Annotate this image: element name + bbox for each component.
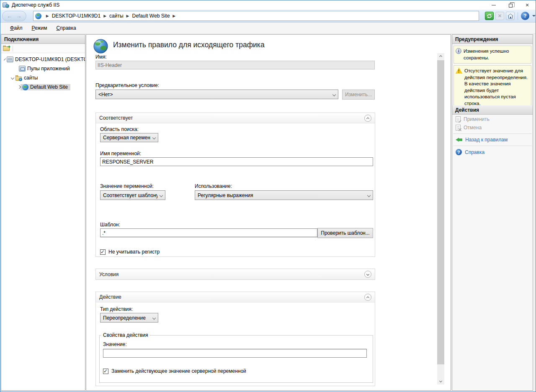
refresh-icon [487, 13, 492, 19]
precondition-select[interactable]: <Нет> [95, 90, 338, 99]
expander-icon[interactable] [4, 59, 6, 61]
back-to-rules-label[interactable]: Назад к правилам [465, 137, 508, 143]
help-icon: ? [456, 149, 462, 155]
menu-file[interactable]: Файл [5, 23, 27, 33]
scroll-down-button[interactable] [437, 377, 444, 384]
replace-value-checkbox[interactable] [103, 369, 108, 374]
save-connections-button[interactable]: ➜ [3, 46, 10, 51]
conditions-section-title: Условия [99, 272, 119, 277]
breadcrumb-arrow-icon[interactable]: ▶ [124, 14, 132, 18]
replace-value-label: Заменить действующее значение серверной … [111, 368, 246, 374]
restore-button[interactable] [502, 0, 519, 10]
back-button[interactable]: ← [7, 13, 13, 19]
action-type-label: Тип действия: [100, 306, 133, 312]
tree-item-label[interactable]: Default Web Site [30, 84, 68, 90]
minimize-button[interactable] [485, 0, 502, 10]
replace-value-row[interactable]: Заменить действующее значение серверной … [103, 368, 246, 374]
pattern-label: Шаблон: [100, 222, 120, 228]
back-to-rules-link[interactable]: Назад к правилам [452, 136, 533, 144]
action-section-title: Действие [99, 294, 121, 300]
refresh-button[interactable] [485, 12, 494, 20]
action-properties-group: Свойства действия Значение: Заменить дей… [99, 332, 373, 383]
collapse-button[interactable] [364, 294, 371, 301]
back-arrow-icon [456, 137, 462, 142]
app-icon [3, 2, 9, 8]
ignore-case-label: Не учитывать регистр [108, 249, 160, 255]
breadcrumb-server[interactable]: DESKTOP-U1MK9D1 [52, 13, 100, 19]
tree-item-label[interactable]: сайты [24, 75, 38, 81]
forward-button[interactable]: → [16, 13, 22, 19]
alert-text: Отсутствует значение для действия переоп… [464, 68, 529, 107]
chevron-down-icon [367, 193, 371, 197]
nav-buttons: ← → [2, 11, 26, 21]
menu-view[interactable]: Режим [27, 23, 52, 33]
ignore-case-checkbox[interactable] [100, 249, 106, 255]
breadcrumb-arrow-icon[interactable]: ▶ [100, 14, 109, 18]
action-type-select[interactable]: Переопределение [100, 313, 158, 323]
app-pools-icon [19, 66, 26, 72]
variable-name-label: Имя переменной: [100, 151, 141, 156]
apply-icon: ✓ [456, 116, 461, 122]
globe-icon [35, 13, 41, 19]
home-button[interactable] [506, 12, 515, 20]
chevron-down-icon [332, 92, 336, 96]
using-select[interactable]: Регулярные выражения [195, 190, 373, 200]
help-dropdown-icon[interactable] [532, 15, 536, 17]
expander-icon[interactable] [11, 76, 14, 79]
tree-item-server[interactable]: DESKTOP-U1MK9D1 (DESKTOP [1, 55, 85, 64]
divider [453, 133, 532, 134]
breadcrumb-sites[interactable]: сайты [109, 13, 124, 19]
breadcrumb-arrow-icon[interactable]: ▶ [43, 14, 52, 18]
close-button[interactable]: × [519, 0, 536, 10]
scope-select[interactable]: Серверная переменн [100, 133, 158, 142]
tree-item-label[interactable]: Пулы приложений [27, 66, 70, 72]
breadcrumb-site[interactable]: Default Web Site [132, 13, 170, 19]
match-section-header[interactable]: Соответствует [96, 113, 375, 123]
action-type-value: Переопределение [103, 315, 150, 321]
chevron-up-icon [366, 296, 369, 299]
breadcrumb-arrow-icon[interactable]: ▶ [170, 14, 178, 18]
divider [453, 146, 532, 146]
test-pattern-button[interactable]: Проверить шаблон... [317, 228, 373, 238]
iis-manager-window: Диспетчер служб IIS × ← → ▶ DESKTOP-U1MK… [0, 0, 536, 392]
scrollbar[interactable] [437, 53, 444, 384]
help-label[interactable]: Справка [465, 149, 484, 155]
selected-tree-item[interactable]: Default Web Site [21, 84, 70, 90]
precondition-value: <Нет> [98, 92, 330, 97]
tree-item-app-pools[interactable]: Пулы приложений [1, 64, 85, 73]
help-icon: ? [523, 13, 526, 19]
action-section-header[interactable]: Действие [96, 292, 375, 302]
folder-arrow-icon: ➜ [7, 45, 10, 49]
chevron-down-icon [439, 379, 442, 382]
collapse-button[interactable] [364, 115, 371, 122]
operation-select[interactable]: Соответствует шаблону [100, 190, 165, 200]
chevron-up-icon [439, 55, 442, 58]
action-properties-legend: Свойства действия [101, 332, 149, 338]
apply-label: Применить [464, 116, 490, 122]
pattern-input[interactable] [100, 228, 317, 237]
server-icon [7, 56, 13, 62]
variable-name-input[interactable] [100, 157, 373, 166]
value-label: Значение: [103, 341, 127, 347]
scroll-up-button[interactable] [437, 53, 444, 60]
chevron-down-icon [366, 273, 369, 276]
value-input[interactable] [103, 349, 367, 358]
conditions-section-header[interactable]: Условия [96, 269, 375, 279]
connections-toolbar: ➜ [1, 44, 85, 53]
tree-item-default-web-site[interactable]: Default Web Site [1, 82, 85, 92]
ignore-case-row[interactable]: Не учитывать регистр [100, 249, 160, 255]
help-button[interactable]: ? [521, 12, 529, 20]
using-label: Использование: [195, 183, 232, 189]
breadcrumb[interactable]: ▶ DESKTOP-U1MK9D1 ▶ сайты ▶ Default Web … [33, 11, 479, 21]
conditions-section: Условия [95, 269, 375, 280]
help-link[interactable]: ? Справка [452, 148, 533, 156]
tree-item-sites[interactable]: сайты [1, 73, 85, 82]
window-title: Диспетчер служб IIS [12, 2, 59, 8]
tree-item-label[interactable]: DESKTOP-U1MK9D1 (DESKTOP [15, 56, 85, 62]
scrollbar-thumb[interactable] [437, 60, 444, 364]
warning-icon [456, 68, 462, 74]
sites-folder-icon [15, 75, 22, 81]
menu-help[interactable]: Справка [52, 23, 81, 33]
scope-value: Серверная переменн [103, 135, 150, 141]
expand-button[interactable] [364, 271, 371, 278]
